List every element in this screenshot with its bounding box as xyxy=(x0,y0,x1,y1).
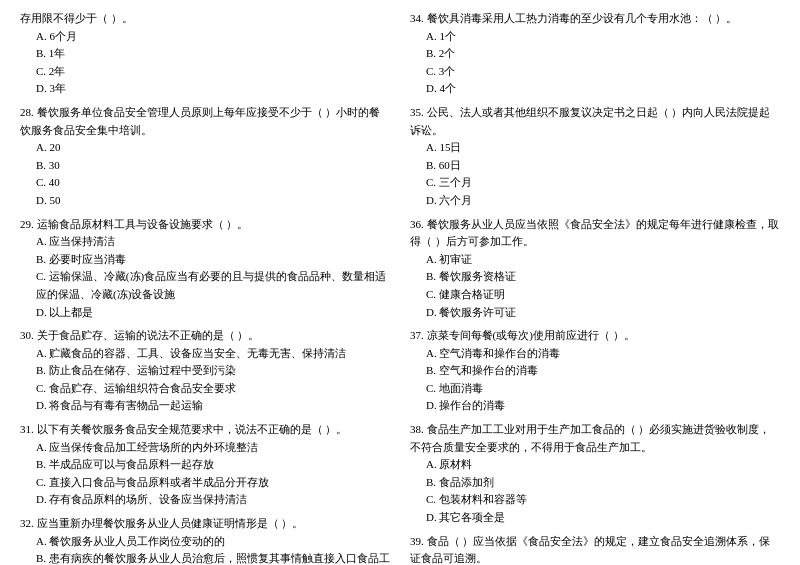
option-text: C. 3个 xyxy=(410,63,780,81)
option-text: C. 食品贮存、运输组织符合食品安全要求 xyxy=(20,380,390,398)
question-text: 29. 运输食品原材料工具与设备设施要求（ ）。 xyxy=(20,216,390,234)
right-column: 34. 餐饮具消毒采用人工热力消毒的至少设有几个专用水池：（ ）。A. 1个B.… xyxy=(410,10,780,565)
option-text: B. 必要时应当消毒 xyxy=(20,251,390,269)
question-text: 37. 凉菜专间每餐(或每次)使用前应进行（ ）。 xyxy=(410,327,780,345)
left-column: 存用限不得少于（ ）。A. 6个月B. 1年C. 2年D. 3年28. 餐饮服务… xyxy=(20,10,390,565)
two-column-layout: 存用限不得少于（ ）。A. 6个月B. 1年C. 2年D. 3年28. 餐饮服务… xyxy=(20,10,780,565)
question-text: 35. 公民、法人或者其他组织不服复议决定书之日起（ ）内向人民法院提起诉讼。 xyxy=(410,104,780,139)
option-text: B. 1年 xyxy=(20,45,390,63)
question-text: 32. 应当重新办理餐饮服务从业人员健康证明情形是（ ）。 xyxy=(20,515,390,533)
option-text: D. 存有食品原料的场所、设备应当保持清洁 xyxy=(20,491,390,509)
option-text: C. 40 xyxy=(20,174,390,192)
option-text: A. 6个月 xyxy=(20,28,390,46)
option-text: D. 六个月 xyxy=(410,192,780,210)
option-text: D. 将食品与有毒有害物品一起运输 xyxy=(20,397,390,415)
option-text: A. 20 xyxy=(20,139,390,157)
question-text: 存用限不得少于（ ）。 xyxy=(20,10,390,28)
option-text: D. 操作台的消毒 xyxy=(410,397,780,415)
question-block: 31. 以下有关餐饮服务食品安全规范要求中，说法不正确的是（ ）。A. 应当保传… xyxy=(20,421,390,509)
option-text: A. 应当保传食品加工经营场所的内外环境整洁 xyxy=(20,439,390,457)
option-text: C. 健康合格证明 xyxy=(410,286,780,304)
question-block: 34. 餐饮具消毒采用人工热力消毒的至少设有几个专用水池：（ ）。A. 1个B.… xyxy=(410,10,780,98)
question-text: 30. 关于食品贮存、运输的说法不正确的是（ ）。 xyxy=(20,327,390,345)
option-text: D. 4个 xyxy=(410,80,780,98)
question-block: 39. 食品（ ）应当依据《食品安全法》的规定，建立食品安全追溯体系，保证食品可… xyxy=(410,533,780,565)
question-text: 36. 餐饮服务从业人员应当依照《食品安全法》的规定每年进行健康检查，取得（ ）… xyxy=(410,216,780,251)
page-container: 存用限不得少于（ ）。A. 6个月B. 1年C. 2年D. 3年28. 餐饮服务… xyxy=(20,10,780,565)
option-text: B. 防止食品在储存、运输过程中受到污染 xyxy=(20,362,390,380)
option-text: C. 2年 xyxy=(20,63,390,81)
option-text: B. 半成品应可以与食品原料一起存放 xyxy=(20,456,390,474)
question-text: 38. 食品生产加工工业对用于生产加工食品的（ ）必须实施进货验收制度，不符合质… xyxy=(410,421,780,456)
question-block: 32. 应当重新办理餐饮服务从业人员健康证明情形是（ ）。A. 餐饮服务从业人员… xyxy=(20,515,390,565)
option-text: B. 患有病疾的餐饮服务从业人员治愈后，照惯复其事情触直接入口食品工作的 xyxy=(20,550,390,565)
question-block: 28. 餐饮服务单位食品安全管理人员原则上每年应接受不少于（ ）小时的餐饮服务食… xyxy=(20,104,390,210)
option-text: A. 初审证 xyxy=(410,251,780,269)
option-text: C. 三个月 xyxy=(410,174,780,192)
option-text: A. 餐饮服务从业人员工作岗位变动的的 xyxy=(20,533,390,551)
option-text: C. 运输保温、冷藏(冻)食品应当有必要的且与提供的食品品种、数量相适应的保温、… xyxy=(20,268,390,303)
option-text: C. 直接入口食品与食品原料或者半成品分开存放 xyxy=(20,474,390,492)
option-text: B. 食品添加剂 xyxy=(410,474,780,492)
option-text: D. 50 xyxy=(20,192,390,210)
option-text: A. 原材料 xyxy=(410,456,780,474)
question-block: 38. 食品生产加工工业对用于生产加工食品的（ ）必须实施进货验收制度，不符合质… xyxy=(410,421,780,527)
option-text: D. 以上都是 xyxy=(20,304,390,322)
question-block: 37. 凉菜专间每餐(或每次)使用前应进行（ ）。A. 空气消毒和操作台的消毒B… xyxy=(410,327,780,415)
question-text: 28. 餐饮服务单位食品安全管理人员原则上每年应接受不少于（ ）小时的餐饮服务食… xyxy=(20,104,390,139)
option-text: A. 应当保持清洁 xyxy=(20,233,390,251)
option-text: B. 60日 xyxy=(410,157,780,175)
question-text: 31. 以下有关餐饮服务食品安全规范要求中，说法不正确的是（ ）。 xyxy=(20,421,390,439)
option-text: D. 其它各项全是 xyxy=(410,509,780,527)
question-block: 30. 关于食品贮存、运输的说法不正确的是（ ）。A. 贮藏食品的容器、工具、设… xyxy=(20,327,390,415)
option-text: B. 空气和操作台的消毒 xyxy=(410,362,780,380)
option-text: A. 贮藏食品的容器、工具、设备应当安全、无毒无害、保持清洁 xyxy=(20,345,390,363)
option-text: B. 30 xyxy=(20,157,390,175)
question-block: 29. 运输食品原材料工具与设备设施要求（ ）。A. 应当保持清洁B. 必要时应… xyxy=(20,216,390,322)
option-text: D. 餐饮服务许可证 xyxy=(410,304,780,322)
option-text: A. 15日 xyxy=(410,139,780,157)
option-text: B. 2个 xyxy=(410,45,780,63)
question-block: 存用限不得少于（ ）。A. 6个月B. 1年C. 2年D. 3年 xyxy=(20,10,390,98)
option-text: B. 餐饮服务资格证 xyxy=(410,268,780,286)
question-text: 34. 餐饮具消毒采用人工热力消毒的至少设有几个专用水池：（ ）。 xyxy=(410,10,780,28)
question-text: 39. 食品（ ）应当依据《食品安全法》的规定，建立食品安全追溯体系，保证食品可… xyxy=(410,533,780,565)
option-text: D. 3年 xyxy=(20,80,390,98)
question-block: 36. 餐饮服务从业人员应当依照《食品安全法》的规定每年进行健康检查，取得（ ）… xyxy=(410,216,780,322)
question-block: 35. 公民、法人或者其他组织不服复议决定书之日起（ ）内向人民法院提起诉讼。A… xyxy=(410,104,780,210)
option-text: A. 空气消毒和操作台的消毒 xyxy=(410,345,780,363)
option-text: C. 包装材料和容器等 xyxy=(410,491,780,509)
option-text: C. 地面消毒 xyxy=(410,380,780,398)
option-text: A. 1个 xyxy=(410,28,780,46)
